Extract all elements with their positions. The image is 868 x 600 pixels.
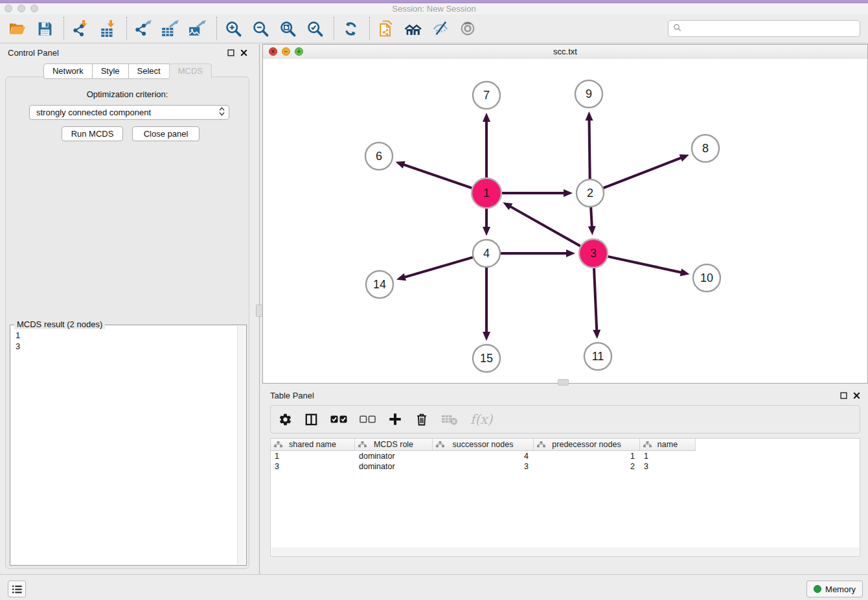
export-table-icon[interactable] bbox=[161, 17, 180, 40]
close-panel-icon[interactable] bbox=[240, 49, 247, 56]
select-all-columns-icon[interactable] bbox=[330, 410, 347, 429]
column-header-predecessor-nodes[interactable]: predecessor nodes bbox=[534, 439, 640, 451]
column-header-name[interactable]: name bbox=[640, 439, 696, 451]
column-visibility-icon[interactable] bbox=[304, 410, 318, 429]
graph-node-6[interactable]: 6 bbox=[365, 143, 393, 170]
graph-edge-1-4[interactable] bbox=[483, 209, 490, 236]
graph-node-9[interactable]: 9 bbox=[575, 80, 602, 108]
table-cell[interactable]: 3 bbox=[271, 462, 355, 471]
graph-node-7[interactable]: 7 bbox=[473, 82, 500, 109]
save-session-icon[interactable] bbox=[35, 17, 54, 40]
network-canvas[interactable]: 7968124314101511 bbox=[263, 59, 867, 383]
control-tab-select[interactable]: Select bbox=[128, 63, 170, 79]
memory-button[interactable]: Memory bbox=[806, 581, 863, 597]
home-icon[interactable] bbox=[404, 17, 423, 40]
graph-edge-4-3[interactable] bbox=[501, 249, 575, 257]
float-panel-icon[interactable] bbox=[227, 49, 234, 56]
graph-node-8[interactable]: 8 bbox=[692, 135, 719, 162]
graph-node-2[interactable]: 2 bbox=[577, 179, 604, 207]
zoom-selected-icon[interactable] bbox=[305, 17, 325, 40]
table-cell[interactable]: dominator bbox=[355, 462, 433, 471]
network-window-title: scc.txt bbox=[263, 47, 867, 56]
import-table-icon[interactable] bbox=[98, 17, 117, 40]
graph-node-label: 10 bbox=[700, 271, 713, 284]
graph-edge-3-1[interactable] bbox=[503, 202, 580, 246]
graph-edge-4-14[interactable] bbox=[396, 257, 473, 281]
zoom-out-icon[interactable] bbox=[251, 17, 270, 40]
graph-edge-2-8[interactable] bbox=[604, 154, 689, 188]
control-panel-tabs: NetworkStyleSelectMCDS bbox=[0, 63, 255, 79]
graph-edge-3-10[interactable] bbox=[608, 257, 689, 276]
export-network-icon[interactable] bbox=[133, 17, 153, 40]
run-mcds-button[interactable]: Run MCDS bbox=[62, 126, 123, 141]
horizontal-splitter-grip[interactable] bbox=[558, 379, 569, 386]
task-history-button[interactable] bbox=[8, 581, 26, 597]
table-header-row: shared nameMCDS rolesuccessor nodesprede… bbox=[271, 439, 860, 451]
mcds-result-text[interactable]: 1 3 bbox=[10, 327, 237, 565]
export-image-icon[interactable] bbox=[188, 17, 207, 40]
close-panel-button[interactable]: Close panel bbox=[132, 126, 200, 141]
graph-edge-1-6[interactable] bbox=[396, 161, 472, 189]
search-input[interactable] bbox=[685, 21, 860, 36]
graph-node-3[interactable]: 3 bbox=[579, 239, 608, 268]
toolbar-separator bbox=[369, 17, 370, 40]
add-column-icon[interactable] bbox=[388, 410, 402, 429]
table-settings-gear-icon[interactable] bbox=[279, 410, 292, 429]
control-tab-mcds[interactable]: MCDS bbox=[169, 63, 212, 79]
graph-edge-2-3[interactable] bbox=[588, 207, 596, 235]
graph-node-10[interactable]: 10 bbox=[693, 264, 720, 292]
network-window-titlebar[interactable]: × − + scc.txt bbox=[263, 45, 867, 60]
graph-node-4[interactable]: 4 bbox=[473, 240, 500, 267]
graph-node-label: 8 bbox=[702, 142, 709, 155]
graph-node-label: 11 bbox=[592, 350, 604, 363]
table-panel-title: Table Panel bbox=[270, 391, 314, 400]
close-table-panel-icon[interactable] bbox=[853, 392, 860, 399]
graph-node-11[interactable]: 11 bbox=[584, 343, 611, 370]
column-header-label: name bbox=[657, 440, 678, 449]
graph-node-14[interactable]: 14 bbox=[366, 271, 393, 298]
table-row[interactable]: 1dominator411 bbox=[271, 451, 860, 461]
graph-edge-1-2[interactable] bbox=[502, 189, 573, 197]
session-title: Session: New Session bbox=[0, 4, 868, 14]
control-panel-title: Control Panel bbox=[8, 48, 59, 58]
table-cell[interactable]: 1 bbox=[271, 452, 355, 461]
deselect-all-columns-icon[interactable] bbox=[360, 410, 376, 429]
delete-column-icon[interactable] bbox=[415, 410, 429, 429]
table-row[interactable]: 3dominator323 bbox=[271, 461, 860, 472]
float-table-panel-icon[interactable] bbox=[840, 392, 847, 399]
graph-node-1[interactable]: 1 bbox=[472, 178, 501, 208]
graph-edge-1-7[interactable] bbox=[483, 113, 490, 178]
refresh-layout-icon[interactable] bbox=[341, 17, 360, 40]
column-header-shared-name[interactable]: shared name bbox=[271, 439, 355, 451]
edge-arrowhead bbox=[564, 189, 573, 197]
hide-panel-eye-icon[interactable] bbox=[431, 17, 450, 40]
optimization-criterion-select[interactable]: strongly connected component bbox=[29, 105, 229, 120]
graph-edge-4-15[interactable] bbox=[483, 268, 490, 341]
new-network-icon[interactable] bbox=[376, 17, 396, 40]
open-session-icon[interactable] bbox=[8, 17, 27, 40]
zoom-fit-icon[interactable] bbox=[278, 17, 297, 40]
table-cell[interactable]: 4 bbox=[433, 452, 534, 461]
search-icon bbox=[673, 23, 682, 34]
graph-edge-3-11[interactable] bbox=[593, 268, 600, 339]
table-cell[interactable]: dominator bbox=[355, 452, 433, 461]
table-cell[interactable]: 1 bbox=[640, 452, 696, 461]
control-tab-network[interactable]: Network bbox=[43, 63, 93, 79]
toolbar-separator bbox=[334, 17, 334, 40]
table-cell[interactable]: 3 bbox=[640, 462, 696, 471]
search-box bbox=[668, 20, 860, 37]
table-scrollbar-track[interactable] bbox=[271, 548, 859, 555]
import-network-icon[interactable] bbox=[71, 17, 90, 40]
edge-arrowhead bbox=[483, 332, 490, 341]
column-header-successor-nodes[interactable]: successor nodes bbox=[433, 439, 534, 451]
result-scrollbar[interactable] bbox=[237, 326, 246, 564]
table-cell[interactable]: 2 bbox=[534, 462, 640, 471]
zoom-in-icon[interactable] bbox=[223, 17, 243, 40]
table-cell[interactable]: 3 bbox=[433, 462, 534, 471]
graph-node-15[interactable]: 15 bbox=[473, 345, 500, 372]
edge-arrowhead bbox=[483, 113, 490, 122]
graph-edge-2-9[interactable] bbox=[586, 111, 593, 179]
control-tab-style[interactable]: Style bbox=[92, 63, 129, 79]
table-cell[interactable]: 1 bbox=[534, 452, 640, 461]
column-header-MCDS-role[interactable]: MCDS role bbox=[355, 439, 433, 451]
